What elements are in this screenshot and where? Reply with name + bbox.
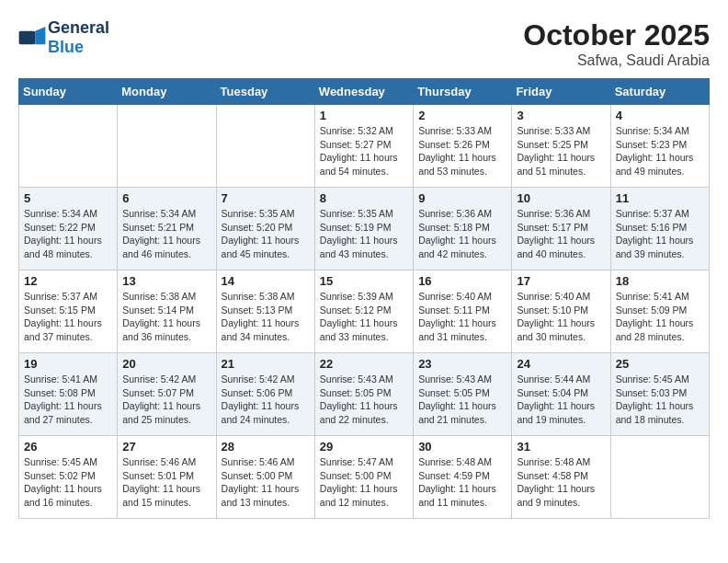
calendar-cell: 7Sunrise: 5:35 AM Sunset: 5:20 PM Daylig… <box>216 188 314 270</box>
day-info: Sunrise: 5:46 AM Sunset: 5:00 PM Dayligh… <box>222 455 310 510</box>
day-number: 8 <box>320 191 408 205</box>
day-info: Sunrise: 5:33 AM Sunset: 5:26 PM Dayligh… <box>418 124 506 178</box>
day-number: 4 <box>616 109 704 122</box>
calendar-cell: 18Sunrise: 5:41 AM Sunset: 5:09 PM Dayli… <box>610 270 709 353</box>
day-info: Sunrise: 5:33 AM Sunset: 5:25 PM Dayligh… <box>517 124 605 178</box>
calendar-cell: 1Sunrise: 5:32 AM Sunset: 5:27 PM Daylig… <box>314 105 413 188</box>
day-number: 22 <box>320 357 408 371</box>
day-number: 24 <box>517 357 605 371</box>
calendar-subtitle: Safwa, Saudi Arabia <box>523 52 710 69</box>
day-info: Sunrise: 5:35 AM Sunset: 5:20 PM Dayligh… <box>222 207 310 261</box>
calendar-cell: 20Sunrise: 5:42 AM Sunset: 5:07 PM Dayli… <box>118 353 216 436</box>
day-info: Sunrise: 5:34 AM Sunset: 5:22 PM Dayligh… <box>24 207 112 261</box>
header-wednesday: Wednesday <box>314 79 413 105</box>
day-info: Sunrise: 5:41 AM Sunset: 5:09 PM Dayligh… <box>616 290 704 344</box>
calendar-header: Sunday Monday Tuesday Wednesday Thursday… <box>19 79 710 105</box>
day-number: 25 <box>616 357 704 371</box>
header-sunday: Sunday <box>19 79 118 105</box>
calendar-cell <box>216 105 314 188</box>
day-number: 18 <box>616 274 704 288</box>
day-number: 10 <box>517 191 605 205</box>
day-info: Sunrise: 5:48 AM Sunset: 4:58 PM Dayligh… <box>517 455 605 510</box>
day-info: Sunrise: 5:47 AM Sunset: 5:00 PM Dayligh… <box>320 455 408 510</box>
calendar-cell: 10Sunrise: 5:36 AM Sunset: 5:17 PM Dayli… <box>512 188 610 270</box>
day-number: 19 <box>24 357 112 371</box>
day-info: Sunrise: 5:45 AM Sunset: 5:03 PM Dayligh… <box>616 373 704 427</box>
calendar-cell: 13Sunrise: 5:38 AM Sunset: 5:14 PM Dayli… <box>118 270 216 353</box>
calendar-week-2: 5Sunrise: 5:34 AM Sunset: 5:22 PM Daylig… <box>19 188 710 270</box>
day-number: 15 <box>320 274 408 288</box>
day-info: Sunrise: 5:40 AM Sunset: 5:11 PM Dayligh… <box>418 290 506 344</box>
calendar-cell: 27Sunrise: 5:46 AM Sunset: 5:01 PM Dayli… <box>118 436 216 519</box>
logo-icon <box>18 27 46 49</box>
calendar-cell: 17Sunrise: 5:40 AM Sunset: 5:10 PM Dayli… <box>512 270 610 353</box>
day-info: Sunrise: 5:34 AM Sunset: 5:23 PM Dayligh… <box>616 124 704 178</box>
header-tuesday: Tuesday <box>216 79 314 105</box>
day-number: 6 <box>122 191 210 205</box>
day-info: Sunrise: 5:36 AM Sunset: 5:17 PM Dayligh… <box>517 207 605 261</box>
calendar-week-5: 26Sunrise: 5:45 AM Sunset: 5:02 PM Dayli… <box>19 436 710 519</box>
calendar-cell: 14Sunrise: 5:38 AM Sunset: 5:13 PM Dayli… <box>216 270 314 353</box>
calendar-cell: 28Sunrise: 5:46 AM Sunset: 5:00 PM Dayli… <box>216 436 314 519</box>
header-monday: Monday <box>118 79 216 105</box>
svg-marker-1 <box>35 27 45 44</box>
calendar-cell: 25Sunrise: 5:45 AM Sunset: 5:03 PM Dayli… <box>610 353 709 436</box>
calendar-cell: 26Sunrise: 5:45 AM Sunset: 5:02 PM Dayli… <box>19 436 118 519</box>
calendar-cell: 6Sunrise: 5:34 AM Sunset: 5:21 PM Daylig… <box>118 188 216 270</box>
day-number: 28 <box>222 440 310 454</box>
calendar-cell: 12Sunrise: 5:37 AM Sunset: 5:15 PM Dayli… <box>19 270 118 353</box>
day-info: Sunrise: 5:43 AM Sunset: 5:05 PM Dayligh… <box>418 373 506 427</box>
calendar-cell: 4Sunrise: 5:34 AM Sunset: 5:23 PM Daylig… <box>610 105 709 188</box>
calendar-cell: 30Sunrise: 5:48 AM Sunset: 4:59 PM Dayli… <box>414 436 512 519</box>
header-saturday: Saturday <box>610 79 709 105</box>
day-number: 3 <box>517 109 605 122</box>
day-info: Sunrise: 5:34 AM Sunset: 5:21 PM Dayligh… <box>122 207 210 261</box>
calendar-body: 1Sunrise: 5:32 AM Sunset: 5:27 PM Daylig… <box>19 105 710 519</box>
day-info: Sunrise: 5:36 AM Sunset: 5:18 PM Dayligh… <box>418 207 506 261</box>
calendar-cell: 19Sunrise: 5:41 AM Sunset: 5:08 PM Dayli… <box>19 353 118 436</box>
day-info: Sunrise: 5:45 AM Sunset: 5:02 PM Dayligh… <box>24 455 112 510</box>
calendar-cell: 22Sunrise: 5:43 AM Sunset: 5:05 PM Dayli… <box>314 353 413 436</box>
day-number: 5 <box>24 191 112 205</box>
logo: General Blue <box>18 18 109 57</box>
day-info: Sunrise: 5:32 AM Sunset: 5:27 PM Dayligh… <box>320 124 408 178</box>
day-number: 17 <box>517 274 605 288</box>
calendar-cell: 24Sunrise: 5:44 AM Sunset: 5:04 PM Dayli… <box>512 353 610 436</box>
calendar-cell: 8Sunrise: 5:35 AM Sunset: 5:19 PM Daylig… <box>314 188 413 270</box>
calendar-cell <box>118 105 216 188</box>
day-info: Sunrise: 5:39 AM Sunset: 5:12 PM Dayligh… <box>320 290 408 344</box>
day-info: Sunrise: 5:35 AM Sunset: 5:19 PM Dayligh… <box>320 207 408 261</box>
day-info: Sunrise: 5:42 AM Sunset: 5:06 PM Dayligh… <box>222 373 310 427</box>
calendar-cell: 29Sunrise: 5:47 AM Sunset: 5:00 PM Dayli… <box>314 436 413 519</box>
calendar-cell: 3Sunrise: 5:33 AM Sunset: 5:25 PM Daylig… <box>512 105 610 188</box>
calendar-cell: 15Sunrise: 5:39 AM Sunset: 5:12 PM Dayli… <box>314 270 413 353</box>
calendar-cell: 11Sunrise: 5:37 AM Sunset: 5:16 PM Dayli… <box>610 188 709 270</box>
calendar-cell: 21Sunrise: 5:42 AM Sunset: 5:06 PM Dayli… <box>216 353 314 436</box>
header-row: Sunday Monday Tuesday Wednesday Thursday… <box>19 79 710 105</box>
day-number: 21 <box>222 357 310 371</box>
day-number: 2 <box>418 109 506 122</box>
day-info: Sunrise: 5:48 AM Sunset: 4:59 PM Dayligh… <box>418 455 506 510</box>
day-info: Sunrise: 5:44 AM Sunset: 5:04 PM Dayligh… <box>517 373 605 427</box>
day-info: Sunrise: 5:37 AM Sunset: 5:16 PM Dayligh… <box>616 207 704 261</box>
title-block: October 2025 Safwa, Saudi Arabia <box>523 18 710 69</box>
svg-rect-0 <box>19 31 36 44</box>
calendar-week-3: 12Sunrise: 5:37 AM Sunset: 5:15 PM Dayli… <box>19 270 710 353</box>
calendar-cell: 23Sunrise: 5:43 AM Sunset: 5:05 PM Dayli… <box>414 353 512 436</box>
calendar-cell <box>610 436 709 519</box>
calendar-table: Sunday Monday Tuesday Wednesday Thursday… <box>18 78 710 519</box>
calendar-cell <box>19 105 118 188</box>
calendar-cell: 16Sunrise: 5:40 AM Sunset: 5:11 PM Dayli… <box>414 270 512 353</box>
calendar-title: October 2025 <box>523 18 710 52</box>
day-number: 29 <box>320 440 408 454</box>
calendar-cell: 9Sunrise: 5:36 AM Sunset: 5:18 PM Daylig… <box>414 188 512 270</box>
header-friday: Friday <box>512 79 610 105</box>
day-number: 20 <box>122 357 210 371</box>
day-number: 23 <box>418 357 506 371</box>
day-info: Sunrise: 5:38 AM Sunset: 5:13 PM Dayligh… <box>222 290 310 344</box>
day-info: Sunrise: 5:46 AM Sunset: 5:01 PM Dayligh… <box>122 455 210 510</box>
calendar-cell: 31Sunrise: 5:48 AM Sunset: 4:58 PM Dayli… <box>512 436 610 519</box>
day-number: 13 <box>122 274 210 288</box>
page-header: General Blue October 2025 Safwa, Saudi A… <box>18 18 710 69</box>
day-info: Sunrise: 5:40 AM Sunset: 5:10 PM Dayligh… <box>517 290 605 344</box>
